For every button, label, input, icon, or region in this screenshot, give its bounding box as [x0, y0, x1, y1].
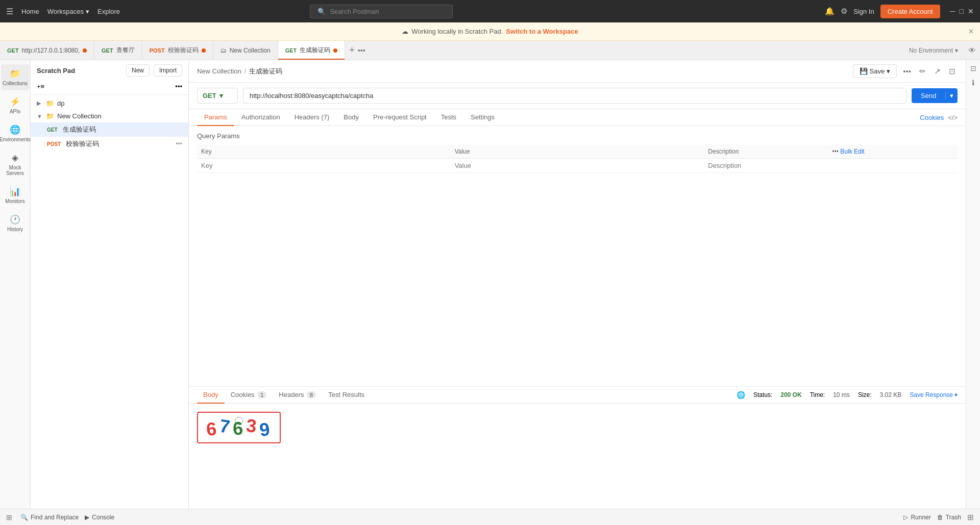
captcha-char-3: 6 [232, 417, 246, 439]
key-cell[interactable] [197, 159, 451, 173]
pane-icon[interactable]: ⊡ [970, 64, 976, 72]
more-icon[interactable]: ••• [832, 148, 839, 155]
send-chevron-icon[interactable]: ▾ [945, 92, 958, 99]
eye-icon[interactable]: 👁 [968, 46, 976, 55]
find-replace-item[interactable]: 🔍 Find and Replace [20, 514, 79, 521]
tab-tests[interactable]: Tests [434, 109, 463, 126]
resp-tab-headers[interactable]: Headers 8 [273, 387, 322, 404]
sidebar-item-environments[interactable]: 🌐 Environments [1, 120, 30, 146]
sidebar-item-monitors[interactable]: 📊 Monitors [1, 182, 30, 208]
share-icon[interactable]: ↗ [932, 65, 943, 78]
item-actions: ••• [176, 140, 182, 147]
notifications-icon[interactable]: 🔔 [825, 7, 835, 16]
import-button[interactable]: Import [154, 64, 182, 77]
switch-workspace-link[interactable]: Switch to a Workspace [506, 28, 578, 35]
hamburger-menu-icon[interactable]: ☰ [6, 7, 13, 16]
create-account-button[interactable]: Create Account [880, 5, 940, 18]
tab-4-active[interactable]: GET 生成验证码 [278, 41, 346, 60]
tab-authorization[interactable]: Authorization [234, 109, 287, 126]
method-badge: GET [45, 127, 60, 133]
sidebar-item-collections[interactable]: 📁 Collections [1, 64, 30, 90]
time-value: 10 ms [833, 391, 850, 398]
collections-panel: Scratch Pad New Import + ≡ ••• ▶ 📁 dp ▼ … [31, 60, 189, 509]
value-input[interactable] [455, 162, 700, 169]
sidebar-toggle-icon[interactable]: ⊞ [6, 513, 12, 521]
filter-icon[interactable]: ≡ [41, 83, 45, 90]
sidebar-item-history[interactable]: 🕐 History [1, 210, 30, 236]
maximize-icon[interactable]: □ [960, 7, 964, 15]
resp-tab-cookies[interactable]: Cookies 1 [225, 387, 273, 404]
close-icon[interactable]: ✕ [968, 7, 974, 15]
home-link[interactable]: Home [21, 8, 39, 15]
tree-item-generate-captcha[interactable]: GET 生成验证码 [31, 122, 188, 137]
globe-icon[interactable]: 🌐 [737, 391, 745, 399]
captcha-char-2: 7 [218, 415, 234, 438]
side-top-icons: 👁 [964, 46, 980, 55]
size-value: 3.02 KB [880, 391, 902, 398]
tab-body[interactable]: Body [336, 109, 366, 126]
params-table: Key Value Description ••• Bulk Edit [197, 145, 958, 173]
sign-in-button[interactable]: Sign In [853, 8, 874, 15]
add-collection-icon[interactable]: + [37, 83, 41, 90]
tabs-bar: GET http://127.0.0.1:8080, GET 查餐厅 POST … [0, 41, 980, 60]
tree-item-verify-captcha[interactable]: POST 校验验证码 ••• [31, 137, 188, 151]
layout-icon[interactable]: ⊡ [947, 65, 958, 78]
collection-icon: 🗂 [220, 47, 227, 54]
tab-pre-request[interactable]: Pre-request Script [366, 109, 434, 126]
send-button[interactable]: Send ▾ [912, 88, 958, 103]
cookies-button[interactable]: Cookies [920, 114, 944, 121]
desc-cell[interactable] [704, 159, 958, 173]
request-tabs: Params Authorization Headers (7) Body Pr… [189, 109, 966, 126]
tree-item-new-collection[interactable]: ▼ 📁 New Collection [31, 110, 188, 122]
params-area: Query Params Key Value Description ••• B… [189, 126, 966, 386]
resp-tab-test-results[interactable]: Test Results [322, 387, 371, 404]
explore-link[interactable]: Explore [97, 8, 120, 15]
add-tab-button[interactable]: + [349, 45, 355, 56]
value-cell[interactable] [451, 159, 704, 173]
settings-icon[interactable]: ⚙ [841, 7, 847, 16]
console-item[interactable]: ▶ Console [85, 514, 114, 521]
tree-item-dp[interactable]: ▶ 📁 dp [31, 97, 188, 110]
new-button[interactable]: New [126, 64, 150, 77]
more-options-icon[interactable]: ••• [901, 65, 913, 78]
tab-3[interactable]: 🗂 New Collection [213, 41, 278, 60]
sidebar-item-mock-servers[interactable]: ◈ Mock Servers [1, 148, 30, 180]
tab-headers[interactable]: Headers (7) [287, 109, 337, 126]
minimize-icon[interactable]: ─ [950, 7, 955, 15]
code-button[interactable]: </> [948, 114, 958, 121]
captcha-char-5: 9 [258, 418, 273, 441]
sidebar-item-apis[interactable]: ⚡ APIs [1, 92, 30, 118]
more-tabs-button[interactable]: ••• [358, 46, 365, 55]
key-input[interactable] [201, 162, 447, 169]
tab-0[interactable]: GET http://127.0.0.1:8080, [0, 41, 94, 60]
size-label: Size: [858, 391, 872, 398]
close-banner-button[interactable]: ✕ [968, 28, 974, 35]
save-button[interactable]: 💾 Save ▾ [853, 64, 897, 78]
info-icon[interactable]: ℹ [972, 79, 974, 87]
chevron-down-icon: ▾ [955, 47, 958, 54]
url-input[interactable] [243, 88, 906, 104]
edit-icon[interactable]: ✏ [917, 65, 928, 78]
runner-item[interactable]: ▷ Runner [903, 514, 930, 521]
save-response-button[interactable]: Save Response ▾ [910, 391, 958, 398]
status-label: Status: [753, 391, 772, 398]
more-options-icon[interactable]: ••• [175, 83, 182, 90]
search-icon: 🔍 [317, 8, 326, 15]
chevron-right-icon: ▶ [37, 100, 43, 107]
method-selector[interactable]: GET ▾ [197, 88, 238, 104]
search-bar[interactable]: 🔍 Search Postman [310, 5, 453, 18]
resp-tab-body[interactable]: Body [197, 387, 225, 404]
environments-icon: 🌐 [10, 124, 20, 135]
tab-params[interactable]: Params [197, 109, 234, 126]
layout-icon[interactable]: ⊞ [967, 513, 974, 522]
breadcrumb-parent[interactable]: New Collection [197, 67, 241, 75]
environment-selector[interactable]: No Environment ▾ [903, 47, 964, 54]
trash-item[interactable]: 🗑 Trash [937, 514, 961, 521]
bulk-edit-button[interactable]: Bulk Edit [840, 148, 864, 155]
breadcrumb: New Collection / 生成验证码 [197, 67, 282, 76]
tab-1[interactable]: GET 查餐厅 [94, 41, 142, 60]
desc-input[interactable] [708, 162, 953, 169]
tab-settings[interactable]: Settings [463, 109, 502, 126]
tab-2[interactable]: POST 校验验证码 [142, 41, 213, 60]
workspaces-dropdown[interactable]: Workspaces ▾ [47, 8, 89, 15]
